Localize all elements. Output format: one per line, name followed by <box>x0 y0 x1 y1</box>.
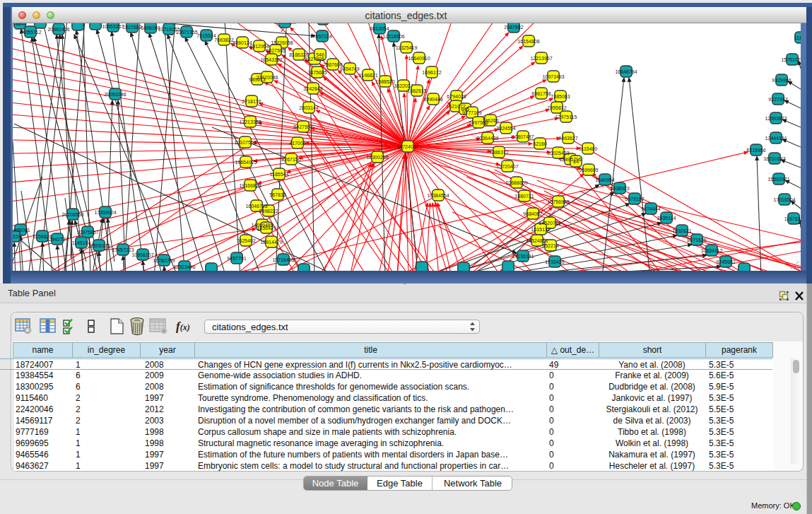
svg-text:16648784: 16648784 <box>615 69 637 74</box>
svg-text:14524851: 14524851 <box>526 238 548 243</box>
svg-text:16046798: 16046798 <box>245 204 267 209</box>
svg-text:19384554: 19384554 <box>427 193 449 198</box>
svg-text:417004: 417004 <box>289 141 305 146</box>
svg-text:10807487: 10807487 <box>512 134 534 139</box>
svg-text:18914479: 18914479 <box>260 240 282 245</box>
svg-text:15716485: 15716485 <box>272 257 294 262</box>
svg-text:3875685: 3875685 <box>307 70 326 75</box>
svg-text:8427552: 8427552 <box>293 124 312 129</box>
svg-text:1588520: 1588520 <box>375 79 394 84</box>
svg-text:29053346: 29053346 <box>104 92 126 97</box>
svg-text:1640954: 1640954 <box>595 177 614 182</box>
svg-text:10671355: 10671355 <box>175 30 197 35</box>
svg-text:11172: 11172 <box>794 35 801 40</box>
svg-text:8454749: 8454749 <box>340 66 359 71</box>
svg-text:19654925: 19654925 <box>235 160 257 165</box>
svg-text:12505135: 12505135 <box>88 243 110 248</box>
svg-text:11325419: 11325419 <box>396 45 418 50</box>
svg-text:20364436: 20364436 <box>476 136 498 141</box>
svg-text:6961758: 6961758 <box>531 91 551 96</box>
svg-text:9245652: 9245652 <box>716 259 735 264</box>
svg-text:8990448: 8990448 <box>423 97 442 102</box>
svg-text:7955812: 7955812 <box>547 105 566 110</box>
svg-text:1696172: 1696172 <box>422 70 441 75</box>
svg-text:16543382: 16543382 <box>260 57 282 62</box>
svg-text:10973493: 10973493 <box>542 74 564 79</box>
svg-text:14136141: 14136141 <box>512 254 534 259</box>
svg-text:9327505: 9327505 <box>266 48 285 53</box>
svg-text:10107553: 10107553 <box>234 140 256 145</box>
svg-text:15226058: 15226058 <box>271 40 293 45</box>
svg-text:12213383: 12213383 <box>239 119 261 124</box>
svg-text:18724007: 18724007 <box>396 144 418 149</box>
svg-text:7485063: 7485063 <box>551 94 570 99</box>
svg-text:12218506: 12218506 <box>382 34 404 39</box>
svg-text:252214: 252214 <box>542 243 558 248</box>
svg-text:746266: 746266 <box>482 118 498 123</box>
svg-text:16640910: 16640910 <box>408 56 430 61</box>
svg-text:9699695: 9699695 <box>579 168 598 173</box>
svg-text:1362615: 1362615 <box>407 88 426 93</box>
svg-text:7663822: 7663822 <box>214 37 233 42</box>
svg-text:14520746: 14520746 <box>539 221 560 226</box>
svg-text:84: 84 <box>573 159 579 164</box>
svg-text:7625402: 7625402 <box>236 238 255 243</box>
svg-text:10975867: 10975867 <box>76 230 98 235</box>
svg-text:10688609: 10688609 <box>505 180 527 185</box>
svg-text:9329966: 9329966 <box>772 78 791 83</box>
svg-text:9777169: 9777169 <box>462 110 481 115</box>
svg-text:9684067: 9684067 <box>523 211 542 216</box>
svg-text:9474444: 9474444 <box>641 206 660 211</box>
svg-text:10756928: 10756928 <box>547 199 569 204</box>
svg-text:1880721: 1880721 <box>514 194 534 199</box>
svg-text:17359924: 17359924 <box>94 210 116 215</box>
svg-text:12975115: 12975115 <box>555 115 577 119</box>
svg-text:15692971: 15692971 <box>767 177 789 182</box>
svg-text:7386372: 7386372 <box>489 150 508 155</box>
svg-text:8471626: 8471626 <box>687 238 706 243</box>
svg-text:9115460: 9115460 <box>579 146 598 151</box>
svg-text:12923446: 12923446 <box>173 264 195 269</box>
svg-text:14055712: 14055712 <box>19 30 41 35</box>
svg-text:16154808: 16154808 <box>517 39 539 44</box>
svg-text:62160: 62160 <box>533 141 547 146</box>
svg-text:7632621: 7632621 <box>672 228 691 233</box>
svg-text:7357224: 7357224 <box>312 34 331 39</box>
svg-text:15751074: 15751074 <box>781 57 801 62</box>
svg-text:10958107: 10958107 <box>131 252 153 257</box>
svg-text:15720407: 15720407 <box>496 164 518 169</box>
svg-text:1935061: 1935061 <box>13 228 30 233</box>
svg-text:18843: 18843 <box>13 23 27 26</box>
svg-text:9327505: 9327505 <box>305 57 324 62</box>
svg-text:12942737: 12942737 <box>46 237 68 242</box>
svg-text:8813054: 8813054 <box>370 26 389 31</box>
svg-text:3824554: 3824554 <box>496 126 515 131</box>
svg-text:3498222: 3498222 <box>259 209 278 214</box>
svg-text:9227342: 9227342 <box>768 97 787 102</box>
svg-text:10654112: 10654112 <box>701 248 723 253</box>
svg-text:17957223: 17957223 <box>112 247 134 252</box>
svg-text:8215956: 8215956 <box>746 148 765 153</box>
svg-text:3822037: 3822037 <box>394 83 413 88</box>
svg-text:9463627: 9463627 <box>558 136 577 141</box>
svg-text:19166825: 19166825 <box>239 183 261 188</box>
svg-text:1733426: 1733426 <box>545 259 564 264</box>
svg-text:39154: 39154 <box>13 234 21 239</box>
svg-text:10025433: 10025433 <box>547 151 569 156</box>
svg-text:1167533: 1167533 <box>784 216 801 221</box>
svg-text:2935114: 2935114 <box>657 216 676 221</box>
svg-text:23420046: 23420046 <box>256 75 278 80</box>
svg-text:16033809: 16033809 <box>273 23 295 25</box>
svg-text:2087682: 2087682 <box>504 25 523 30</box>
svg-text:6679197: 6679197 <box>625 197 644 201</box>
svg-text:8938923: 8938923 <box>610 186 629 191</box>
svg-text:1856429: 1856429 <box>257 226 276 230</box>
svg-text:1615132: 1615132 <box>531 227 550 232</box>
svg-text:567833: 567833 <box>269 192 286 197</box>
svg-text:10653267: 10653267 <box>102 24 124 29</box>
svg-text:9146821: 9146821 <box>358 73 377 78</box>
svg-text:1527602: 1527602 <box>122 25 141 30</box>
svg-text:3242848: 3242848 <box>303 86 322 91</box>
svg-text:8267150: 8267150 <box>281 157 300 162</box>
svg-text:16210643: 16210643 <box>763 156 785 161</box>
